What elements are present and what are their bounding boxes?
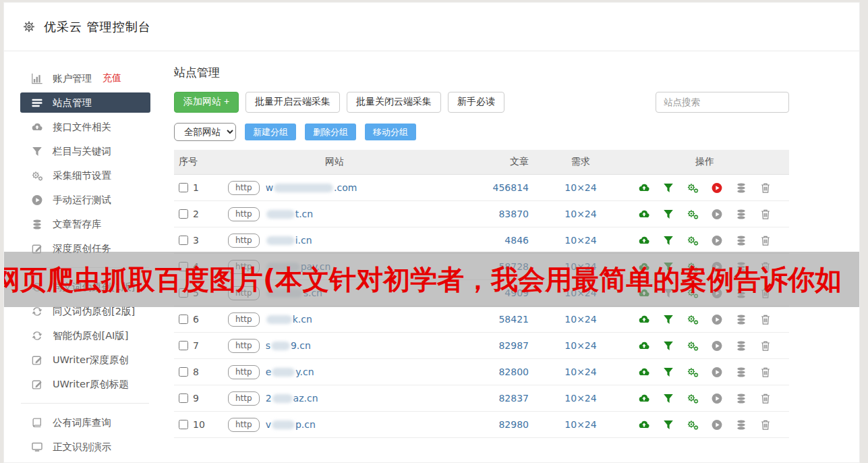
settings-icon[interactable] [687, 419, 699, 431]
filter-icon[interactable] [662, 288, 674, 299]
settings-icon[interactable] [687, 314, 699, 325]
row-checkbox[interactable] [179, 420, 188, 429]
storage-icon[interactable] [735, 393, 747, 404]
sidebar-item-3[interactable]: 栏目与关键词 [4, 139, 166, 163]
site-search-input[interactable] [656, 92, 789, 113]
delete-icon[interactable] [759, 209, 772, 220]
http-chip[interactable]: http [228, 234, 260, 248]
site-domain-link[interactable]: pay.cn [266, 261, 331, 272]
storage-icon[interactable] [735, 182, 747, 194]
run-icon[interactable] [711, 182, 723, 194]
delete-icon[interactable] [759, 419, 772, 431]
add-site-button[interactable]: 添加网站 + [174, 92, 239, 113]
delete-group-button[interactable]: 删除分组 [305, 124, 356, 140]
upload-icon[interactable] [638, 261, 650, 273]
run-icon[interactable] [711, 261, 723, 273]
site-domain-link[interactable]: s.cn [266, 288, 322, 298]
upload-icon[interactable] [638, 235, 650, 246]
delete-icon[interactable] [759, 393, 772, 404]
run-icon[interactable] [711, 209, 723, 220]
filter-icon[interactable] [662, 182, 674, 194]
upload-icon[interactable] [638, 419, 650, 431]
row-checkbox[interactable] [179, 315, 188, 324]
filter-icon[interactable] [662, 235, 674, 246]
settings-icon[interactable] [687, 235, 699, 246]
row-checkbox[interactable] [179, 393, 188, 403]
beginner-guide-button[interactable]: 新手必读 [448, 92, 504, 113]
http-chip[interactable]: http [228, 312, 260, 327]
run-icon[interactable] [711, 419, 723, 431]
settings-icon[interactable] [687, 393, 699, 404]
storage-icon[interactable] [735, 314, 747, 325]
delete-icon[interactable] [759, 340, 772, 352]
storage-icon[interactable] [735, 235, 747, 246]
delete-icon[interactable] [759, 314, 772, 325]
http-chip[interactable]: http [228, 365, 260, 379]
sidebar-item-4[interactable]: 采集细节设置 [4, 163, 166, 188]
filter-icon[interactable] [662, 314, 674, 325]
row-checkbox[interactable] [179, 341, 188, 350]
storage-icon[interactable] [735, 261, 747, 273]
row-checkbox[interactable] [179, 183, 188, 192]
settings-icon[interactable] [687, 209, 699, 220]
http-chip[interactable]: http [228, 286, 260, 300]
sidebar-item-14[interactable]: 正文识别演示 [4, 435, 166, 459]
run-icon[interactable] [711, 314, 723, 325]
upload-icon[interactable] [638, 393, 650, 404]
http-chip[interactable]: http [228, 260, 260, 274]
run-icon[interactable] [711, 393, 723, 404]
recharge-link[interactable]: 充值 [103, 72, 121, 84]
filter-icon[interactable] [662, 209, 674, 220]
site-domain-link[interactable]: w.com [266, 182, 357, 193]
delete-icon[interactable] [759, 182, 772, 194]
upload-icon[interactable] [638, 288, 650, 299]
upload-icon[interactable] [638, 182, 650, 194]
move-group-button[interactable]: 移动分组 [365, 124, 416, 140]
site-domain-link[interactable]: t.cn [266, 209, 314, 219]
upload-icon[interactable] [638, 314, 650, 325]
sidebar-item-2[interactable]: 接口文件相关 [4, 115, 166, 139]
delete-icon[interactable] [759, 288, 772, 299]
sidebar-item-13[interactable]: 公有词库查询 [4, 410, 166, 435]
delete-icon[interactable] [759, 235, 772, 246]
row-checkbox[interactable] [179, 367, 188, 377]
site-domain-link[interactable]: i.cn [266, 235, 312, 246]
group-select[interactable]: 全部网站 [174, 123, 236, 141]
filter-icon[interactable] [662, 419, 674, 431]
site-domain-link[interactable]: s9.cn [266, 340, 311, 351]
sidebar-item-10[interactable]: 智能伪原创[AI版] [4, 323, 166, 348]
storage-icon[interactable] [735, 209, 747, 220]
storage-icon[interactable] [735, 366, 747, 378]
filter-icon[interactable] [662, 366, 674, 378]
sidebar-item-6[interactable]: 文章暂存库 [4, 212, 166, 236]
settings-icon[interactable] [687, 261, 699, 273]
batch-open-collect-button[interactable]: 批量开启云端采集 [245, 92, 340, 113]
sidebar-item-7[interactable]: 深度原创任务 [4, 236, 166, 261]
http-chip[interactable]: http [228, 339, 260, 353]
row-checkbox[interactable] [179, 288, 188, 298]
delete-icon[interactable] [759, 366, 772, 378]
row-checkbox[interactable] [179, 262, 188, 271]
row-checkbox[interactable] [179, 236, 188, 245]
site-domain-link[interactable]: ey.cn [266, 366, 314, 377]
settings-icon[interactable] [687, 288, 699, 299]
run-icon[interactable] [711, 235, 723, 246]
filter-icon[interactable] [662, 340, 674, 352]
run-icon[interactable] [711, 366, 723, 378]
http-chip[interactable]: http [228, 207, 260, 221]
sidebar-item-11[interactable]: UWriter深度原创 [4, 348, 166, 372]
sidebar-item-8[interactable]: 同义词伪原创[1版] [4, 275, 166, 299]
site-domain-link[interactable]: k.cn [266, 314, 312, 325]
filter-icon[interactable] [662, 261, 674, 273]
sidebar-item-5[interactable]: 手动运行测试 [4, 188, 166, 212]
site-domain-link[interactable]: 2az.cn [266, 393, 318, 404]
settings-icon[interactable] [687, 340, 699, 352]
upload-icon[interactable] [638, 340, 650, 352]
upload-icon[interactable] [638, 209, 650, 220]
http-chip[interactable]: http [228, 391, 260, 406]
http-chip[interactable]: http [228, 181, 260, 195]
storage-icon[interactable] [735, 340, 747, 352]
batch-close-collect-button[interactable]: 批量关闭云端采集 [347, 92, 441, 113]
run-icon[interactable] [711, 340, 723, 352]
run-icon[interactable] [711, 288, 723, 299]
